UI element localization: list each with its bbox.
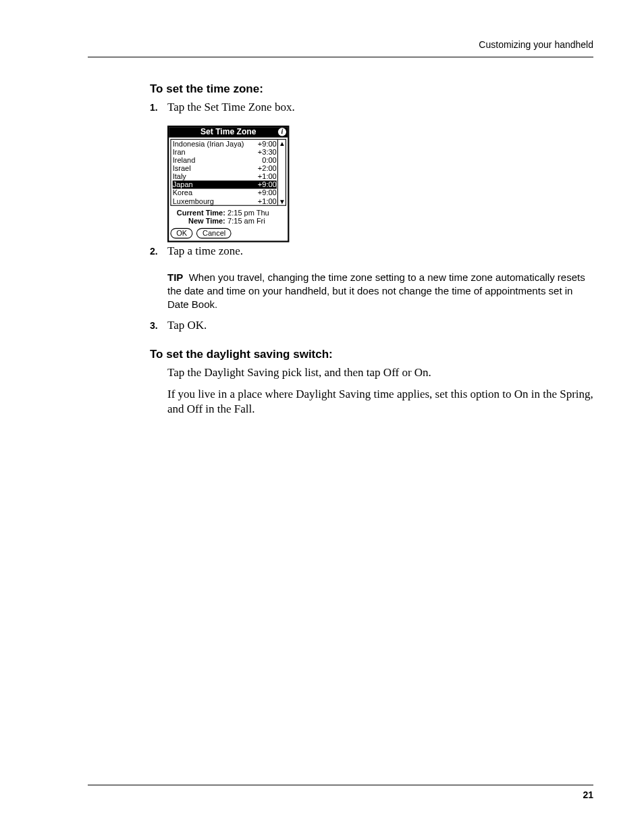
tip-text: When you travel, changing the time zone … [167, 271, 585, 310]
timezone-row[interactable]: Korea +9:00 [173, 189, 277, 197]
tz-name: Israel [173, 164, 191, 172]
time-summary: Current Time: 2:15 pm Thu New Time: 7:15… [169, 207, 288, 228]
step-text: Tap a time zone. [167, 244, 243, 259]
set-time-zone-dialog: Set Time Zone i Indonesia (Irian Jaya) +… [167, 126, 289, 242]
tz-name: Iran [173, 148, 186, 156]
tz-name: Luxembourg [173, 197, 214, 205]
tz-offset: +9:00 [258, 180, 277, 188]
new-time-row: New Time: 7:15 am Fri [172, 217, 285, 225]
footer-rule [88, 785, 593, 785]
page: Customizing your handheld To set the tim… [0, 0, 644, 834]
dialog-buttons: OK Cancel [169, 228, 288, 241]
current-time-row: Current Time: 2:15 pm Thu [172, 209, 285, 217]
step-number: 2. [150, 244, 167, 259]
timezone-list[interactable]: Indonesia (Irian Jaya) +9:00 Iran +3:30 … [170, 139, 286, 206]
ok-button[interactable]: OK [170, 228, 192, 238]
current-time-value: 2:15 pm Thu [227, 209, 269, 217]
timezone-row[interactable]: Italy +1:00 [173, 172, 277, 180]
step-2: 2. Tap a time zone. [150, 244, 593, 259]
tip-label: TIP [167, 271, 183, 283]
scroll-down-icon[interactable]: ▼ [279, 199, 285, 205]
tz-offset: +9:00 [258, 189, 277, 197]
tz-offset: +1:00 [258, 197, 277, 205]
timezone-row[interactable]: Luxembourg +1:00 [173, 197, 277, 205]
section-heading-daylight: To set the daylight saving switch: [150, 348, 593, 361]
tz-name: Indonesia (Irian Jaya) [173, 140, 244, 148]
step-number: 3. [150, 318, 167, 333]
new-time-label: New Time: [172, 217, 228, 225]
tz-name: Italy [173, 172, 186, 180]
timezone-row[interactable]: Iran +3:30 [173, 148, 277, 156]
page-number: 21 [583, 789, 593, 800]
dialog-title: Set Time Zone [200, 127, 256, 136]
tz-name: Ireland [173, 156, 196, 164]
timezone-row[interactable]: Israel +2:00 [173, 164, 277, 172]
new-time-value: 7:15 am Fri [227, 217, 265, 225]
step-1: 1. Tap the Set Time Zone box. [150, 100, 593, 115]
timezone-row[interactable]: Ireland 0:00 [173, 156, 277, 164]
step-text: Tap OK. [167, 318, 207, 333]
section-heading-timezone: To set the time zone: [150, 82, 593, 96]
tz-offset: 0:00 [262, 156, 276, 164]
step-3: 3. Tap OK. [150, 318, 593, 333]
info-icon[interactable]: i [278, 128, 286, 136]
tz-name: Korea [173, 189, 192, 197]
scrollbar[interactable]: ▲ ▼ [277, 140, 286, 205]
scroll-up-icon[interactable]: ▲ [279, 140, 285, 147]
tz-offset: +1:00 [258, 172, 277, 180]
header-rule [88, 57, 593, 57]
dialog-screenshot: Set Time Zone i Indonesia (Irian Jaya) +… [167, 126, 593, 232]
tz-offset: +9:00 [258, 140, 277, 148]
timezone-row-selected[interactable]: Japan +9:00 [173, 180, 277, 188]
step-text: Tap the Set Time Zone box. [167, 100, 295, 115]
paragraph: If you live in a place where Daylight Sa… [167, 387, 593, 417]
step-number: 1. [150, 100, 167, 115]
current-time-label: Current Time: [172, 209, 228, 217]
cancel-button[interactable]: Cancel [196, 228, 232, 238]
tz-offset: +2:00 [258, 164, 277, 172]
paragraph: Tap the Daylight Saving pick list, and t… [167, 365, 593, 380]
tip-block: TIP When you travel, changing the time z… [167, 271, 593, 311]
header: Customizing your handheld [0, 0, 644, 59]
content: To set the time zone: 1. Tap the Set Tim… [150, 82, 593, 423]
running-head: Customizing your handheld [479, 39, 593, 50]
tz-name: Japan [173, 180, 193, 188]
dialog-title-bar: Set Time Zone i [169, 127, 288, 137]
section-daylight: To set the daylight saving switch: Tap t… [150, 348, 593, 417]
timezone-row[interactable]: Indonesia (Irian Jaya) +9:00 [173, 140, 277, 148]
tz-offset: +3:30 [258, 148, 277, 156]
